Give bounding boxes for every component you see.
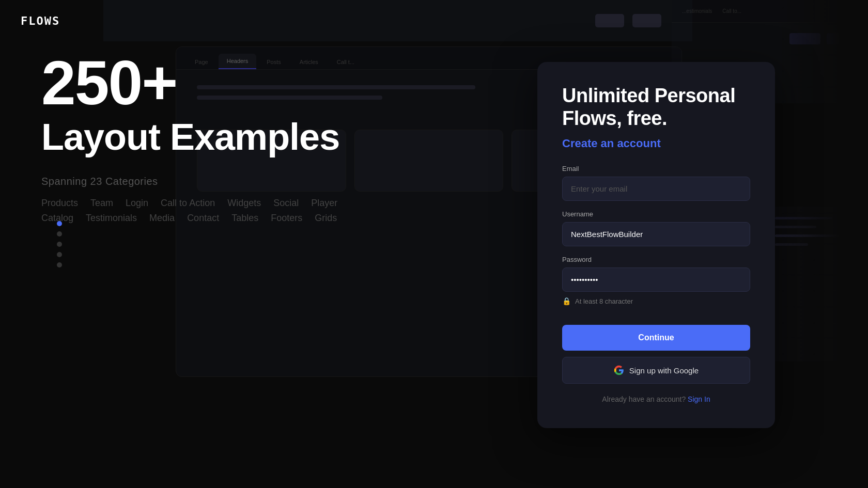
- nav-dot-3[interactable]: [57, 242, 62, 247]
- hero-tag: Widgets: [227, 198, 261, 209]
- hero-tag: Login: [126, 198, 148, 209]
- lock-icon: 🔒: [562, 297, 571, 305]
- hero-categories-label: Spanning 23 Categories: [41, 176, 341, 187]
- nav-dot-5[interactable]: [57, 262, 62, 267]
- google-signup-button[interactable]: Sign up with Google: [562, 357, 750, 384]
- password-input[interactable]: [562, 267, 750, 292]
- hero-tag: Footers: [271, 213, 302, 224]
- hero-content: 250+ Layout Examples Spanning 23 Categor…: [41, 52, 341, 224]
- hero-tag: Media: [149, 213, 175, 224]
- hero-tag: Products: [41, 198, 78, 209]
- username-label: Username: [562, 210, 750, 218]
- nav-dot-1[interactable]: [57, 221, 62, 226]
- signup-headline: Unlimited Personal Flows, free.: [562, 85, 750, 130]
- hero-tag: Testimonials: [86, 213, 137, 224]
- password-hint-text: At least 8 character: [575, 297, 633, 305]
- nav-dot-4[interactable]: [57, 252, 62, 257]
- email-group: Email: [562, 165, 750, 201]
- signin-text: Already have an account? Sign In: [562, 395, 750, 403]
- signup-subheading: Create an account: [562, 137, 750, 150]
- hero-tag: Call to Action: [161, 198, 215, 209]
- logo-text: FLOWS: [21, 14, 60, 27]
- nav-dot-2[interactable]: [57, 231, 62, 237]
- bg-mockup-top: [103, 0, 692, 41]
- hero-tag: Player: [311, 198, 337, 209]
- password-hint: 🔒 At least 8 character: [562, 297, 750, 305]
- hero-tag: Grids: [315, 213, 337, 224]
- hero-tag: Social: [273, 198, 299, 209]
- signin-link[interactable]: Sign In: [688, 395, 710, 403]
- google-icon: [614, 365, 624, 375]
- nav-dots: [57, 221, 62, 267]
- signup-card: Unlimited Personal Flows, free. Create a…: [537, 62, 775, 428]
- google-signup-label: Sign up with Google: [629, 366, 699, 375]
- hero-number: 250+: [41, 52, 341, 114]
- hero-tag: Team: [90, 198, 113, 209]
- username-group: Username: [562, 210, 750, 246]
- username-input[interactable]: [562, 222, 750, 246]
- email-input[interactable]: [562, 177, 750, 201]
- hero-tag: Contact: [187, 213, 219, 224]
- continue-button[interactable]: Continue: [562, 325, 750, 351]
- email-label: Email: [562, 165, 750, 172]
- bg-btn-1: [595, 14, 624, 27]
- logo[interactable]: FLOWS: [21, 14, 60, 27]
- password-label: Password: [562, 256, 750, 263]
- bg-btn-2: [632, 14, 661, 27]
- password-group: Password 🔒 At least 8 character: [562, 256, 750, 305]
- hero-tag: Tables: [231, 213, 258, 224]
- hero-subtitle: Layout Examples: [41, 118, 341, 157]
- bg-card-2: [354, 130, 504, 192]
- signin-prompt: Already have an account?: [602, 395, 686, 403]
- hero-tags: ProductsTeamLoginCall to ActionWidgetsSo…: [41, 198, 341, 224]
